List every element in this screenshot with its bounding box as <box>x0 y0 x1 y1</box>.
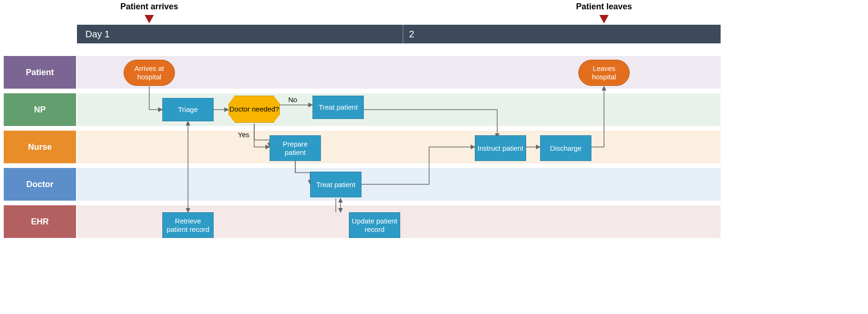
lane-bg-nurse <box>77 131 721 163</box>
node-instruct: Instruct patient <box>475 135 526 161</box>
node-leaves: Leaves hospital <box>578 60 630 86</box>
milestone-arrives-label: Patient arrives <box>120 2 178 12</box>
milestone-leaves-label: Patient leaves <box>576 2 632 12</box>
lane-label-doctor: Doctor <box>4 168 76 201</box>
lane-bg-doctor <box>77 168 721 201</box>
lane-label-np: NP <box>4 93 76 126</box>
milestone-leaves-marker <box>599 15 609 23</box>
lane-label-ehr: EHR <box>4 205 76 238</box>
lane-label-patient: Patient <box>4 56 76 89</box>
node-arrives: Arrives at hospital <box>124 60 175 86</box>
node-doctor-treat: Treat patient <box>310 172 361 197</box>
milestone-arrives-marker <box>145 15 154 23</box>
edge-label-no: No <box>288 96 297 104</box>
timeline-day2: 2 <box>403 29 414 40</box>
node-update: Update patient record <box>349 212 400 238</box>
timeline-bar: Day 1 2 <box>77 25 721 43</box>
node-retrieve: Retrieve patient record <box>162 212 214 238</box>
timeline-day1: Day 1 <box>77 25 403 43</box>
lane-label-nurse: Nurse <box>4 131 76 163</box>
node-triage: Triage <box>162 98 214 121</box>
swimlane-diagram: Patient arrives Patient leaves Day 1 2 P… <box>0 0 868 314</box>
node-decision: Doctor needed? <box>229 96 280 123</box>
edge-label-yes: Yes <box>238 131 249 139</box>
node-np-treat: Treat patient <box>312 96 364 119</box>
node-prepare: Prepare patient <box>270 135 321 161</box>
node-discharge: Discharge <box>540 135 591 161</box>
